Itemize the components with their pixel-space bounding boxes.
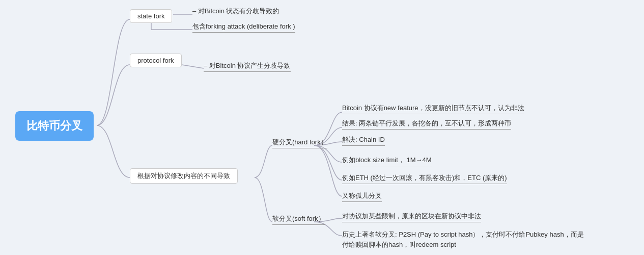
svg-line-3 <box>182 65 204 68</box>
hard-fork-item-5: 例如ETH (经过一次回滚，有黑客攻击)和，ETC (原来的) <box>342 173 507 184</box>
protocol-fork-node: protocol fork <box>130 54 182 67</box>
hard-fork-item-4: 例如block size limit， 1M→4M <box>342 156 432 166</box>
soft-fork-item-1: 对协议加某些限制，原来的区块在新协议中非法 <box>342 212 481 222</box>
hard-fork-item-2: 结果: 两条链平行发展，各挖各的，互不认可，形成两种币 <box>342 119 511 130</box>
protocol-fork-desc: – 对Bitcoin 协议产生分歧导致 <box>204 61 291 72</box>
state-fork-sub: 包含forking attack (deliberate fork ) <box>192 22 295 33</box>
hard-fork-item-6: 又称孤儿分叉 <box>342 191 382 202</box>
soft-fork-node: 软分叉(soft fork） <box>272 214 325 225</box>
gen-node: 根据对协议修改内容的不同导致 <box>130 168 238 184</box>
hard-fork-item-1: Bitcoin 协议有new feature，没更新的旧节点不认可，认为非法 <box>342 104 524 114</box>
soft-fork-item-2: 历史上著名软分叉: P2SH (Pay to script hash），支付时不… <box>342 230 630 249</box>
state-fork-node: state fork <box>130 9 172 23</box>
state-fork-desc: – 对Bitcoin 状态有分歧导致的 <box>192 7 279 16</box>
root-node: 比特币分叉 <box>15 111 94 141</box>
hard-fork-node: 硬分叉(hard fork） <box>272 138 327 148</box>
hard-fork-item-3: 解决: Chain ID <box>342 135 385 146</box>
